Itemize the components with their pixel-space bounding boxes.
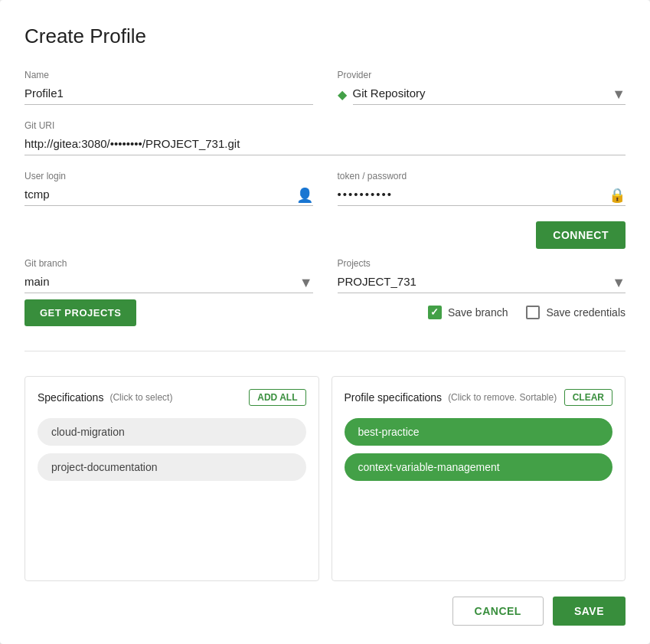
list-item[interactable]: best-practice <box>345 418 613 446</box>
specs-selected-header: Profile specifications (Click to remove.… <box>345 389 613 406</box>
section-divider <box>24 351 626 351</box>
git-uri-input[interactable] <box>24 134 626 155</box>
git-branch-select-wrapper: main ▼ <box>24 272 313 293</box>
save-button[interactable]: SAVE <box>553 597 626 626</box>
name-provider-row: Name Provider ◆ Git Repository GitHub Gi… <box>24 70 626 105</box>
credentials-row: User login 👤 token / password 🔒 <box>24 171 626 206</box>
token-input-wrapper: 🔒 <box>338 185 626 206</box>
actions-row: GET PROJECTS ✓ Save branch Save credenti… <box>24 299 626 326</box>
specs-available-panel: Specifications (Click to select) ADD ALL… <box>24 376 319 581</box>
list-item[interactable]: project-documentation <box>38 453 306 481</box>
projects-select-wrapper: PROJECT_731 ▼ <box>338 272 626 293</box>
token-input[interactable] <box>338 185 626 206</box>
save-branch-checkbox[interactable]: ✓ <box>428 306 442 319</box>
git-icon: ◆ <box>338 87 347 102</box>
git-uri-label: Git URI <box>24 120 626 131</box>
token-group: token / password 🔒 <box>338 171 626 206</box>
save-branch-label: Save branch <box>448 306 508 319</box>
projects-label: Projects <box>338 258 626 269</box>
cancel-button[interactable]: CANCEL <box>452 597 544 626</box>
save-branch-checkbox-label[interactable]: ✓ Save branch <box>428 306 508 319</box>
specs-selected-panel: Profile specifications (Click to remove.… <box>332 376 626 581</box>
save-credentials-checkbox[interactable] <box>526 306 540 319</box>
clear-button[interactable]: CLEAR <box>564 389 612 406</box>
specs-available-subtitle: (Click to select) <box>109 392 172 403</box>
save-credentials-checkbox-label[interactable]: Save credentials <box>526 306 626 319</box>
add-all-button[interactable]: ADD ALL <box>249 389 305 406</box>
specs-selected-list: best-practice context-variable-managemen… <box>345 418 613 481</box>
save-options: ✓ Save branch Save credentials <box>136 306 626 321</box>
provider-select[interactable]: Git Repository GitHub GitLab Bitbucket <box>353 83 626 105</box>
git-uri-group: Git URI <box>24 120 626 155</box>
git-branch-label: Git branch <box>24 258 313 269</box>
provider-select-wrapper: ◆ Git Repository GitHub GitLab Bitbucket… <box>338 83 626 105</box>
git-uri-row: Git URI <box>24 120 626 155</box>
projects-group: Projects PROJECT_731 ▼ <box>338 258 626 293</box>
dialog-title: Create Profile <box>24 25 626 48</box>
specs-selected-subtitle: (Click to remove. Sortable) <box>448 392 557 403</box>
user-login-input[interactable] <box>24 185 313 206</box>
specs-available-title: Specifications <box>38 391 103 404</box>
provider-group: Provider ◆ Git Repository GitHub GitLab … <box>338 70 626 105</box>
connect-button[interactable]: CONNECT <box>536 221 626 249</box>
specs-section: Specifications (Click to select) ADD ALL… <box>24 376 626 581</box>
list-item[interactable]: context-variable-management <box>345 453 613 481</box>
specs-selected-title: Profile specifications <box>345 391 443 404</box>
get-projects-button[interactable]: GET PROJECTS <box>24 299 136 326</box>
token-label: token / password <box>338 171 626 181</box>
name-group: Name <box>24 70 313 105</box>
name-label: Name <box>24 70 313 80</box>
user-login-input-wrapper: 👤 <box>24 185 313 206</box>
projects-select[interactable]: PROJECT_731 <box>338 272 626 293</box>
specs-available-list: cloud-migration project-documentation <box>38 418 306 481</box>
get-projects-area: GET PROJECTS <box>24 299 136 326</box>
dialog-footer: CANCEL SAVE <box>24 581 626 626</box>
specs-available-header: Specifications (Click to select) ADD ALL <box>38 389 306 406</box>
branch-projects-row: Git branch main ▼ Projects PROJECT_731 ▼ <box>24 258 626 293</box>
user-login-label: User login <box>24 171 313 181</box>
provider-label: Provider <box>338 70 626 80</box>
save-credentials-label: Save credentials <box>546 306 626 319</box>
save-branch-checkmark: ✓ <box>430 307 439 317</box>
git-branch-select[interactable]: main <box>24 272 313 293</box>
create-profile-dialog: Create Profile Name Provider ◆ Git Repos… <box>0 0 650 644</box>
connect-row: CONNECT <box>24 221 626 249</box>
user-login-group: User login 👤 <box>24 171 313 206</box>
name-input[interactable] <box>24 83 313 105</box>
list-item[interactable]: cloud-migration <box>38 418 306 446</box>
git-branch-group: Git branch main ▼ <box>24 258 313 293</box>
